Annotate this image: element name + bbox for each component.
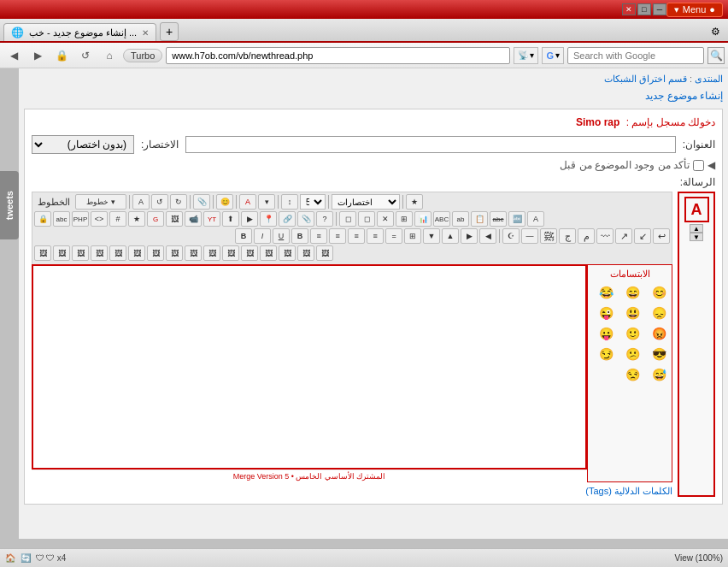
tb-ar9[interactable]: ☪ (502, 228, 520, 244)
tb-img12[interactable]: 🖼 (241, 245, 258, 261)
smiley-3[interactable]: 😂 (597, 283, 616, 302)
message-textarea[interactable] (32, 264, 587, 470)
check-duplicate-checkbox[interactable] (693, 160, 704, 171)
tb-php-btn[interactable]: PHP (72, 211, 89, 227)
tb-A2-btn[interactable]: A (527, 211, 544, 227)
tb-ar4[interactable]: 〰 (596, 228, 614, 244)
tb-chart-btn[interactable]: 📊 (414, 211, 432, 227)
search-go-button[interactable]: 🔍 (707, 47, 725, 64)
smiley-9[interactable]: 😛 (597, 324, 616, 343)
minimize-button[interactable]: ─ (653, 3, 666, 15)
new-topic-link[interactable]: إنشاء موضوع جديد (645, 90, 723, 102)
shortcut-select[interactable]: (بدون اختصار) (32, 135, 134, 154)
tb-undo-btn[interactable]: ↺ (151, 194, 168, 210)
tb-align2[interactable]: ≡ (329, 228, 346, 244)
tab-new-topic[interactable]: 🌐 إنشاء موضوع جديد - خب ... ✕ (3, 23, 156, 41)
tab-close-button[interactable]: ✕ (142, 28, 149, 38)
search-engine-selector[interactable]: G ▾ (542, 47, 564, 64)
font-decrease-button[interactable]: ▼ (690, 233, 703, 241)
tb-code-btn[interactable]: <> (91, 211, 108, 227)
tb-lock-btn[interactable]: 🔒 (34, 211, 51, 227)
tb-hash-btn[interactable]: # (109, 211, 126, 227)
tb-upload-btn[interactable]: ⬆ (222, 211, 239, 227)
tweets-tab[interactable]: tweets (0, 171, 19, 239)
tb-img7[interactable]: 🖼 (147, 245, 164, 261)
tb-list-ol[interactable]: ⊞ (404, 228, 421, 244)
tb-list-ul[interactable]: = (385, 228, 402, 244)
tb-box-btn[interactable]: ◻ (339, 211, 356, 227)
tb-img6[interactable]: 🖼 (128, 245, 145, 261)
breadcrumb-section-link[interactable]: قسم اختراق الشبكات (604, 74, 687, 84)
breadcrumb-forum-link[interactable]: المنتدى (695, 74, 723, 84)
tb-map-btn[interactable]: 📍 (260, 211, 277, 227)
tb-ar8[interactable]: — (521, 228, 538, 244)
close-button[interactable]: ✕ (622, 3, 636, 15)
title-input[interactable] (185, 136, 675, 153)
tb-img10[interactable]: 🖼 (203, 245, 220, 261)
tb-align-right[interactable]: ▶ (461, 228, 478, 244)
tb-size-btn[interactable]: ↕ (281, 194, 298, 210)
tb-size-select[interactable]: 54321 (300, 194, 326, 210)
tb-align3[interactable]: ≡ (310, 228, 327, 244)
tb-font-dropdown[interactable]: خطوط ▾ (75, 194, 126, 210)
lock-button[interactable]: 🔒 (51, 46, 72, 65)
tb-shortcuts-select[interactable]: اختصارات (332, 194, 400, 210)
tb-color-btn[interactable]: A (239, 194, 256, 210)
tb-ar7[interactable]: ﷺ (540, 228, 557, 244)
tb-abc-btn[interactable]: abc (53, 211, 70, 227)
search-input[interactable] (567, 47, 704, 64)
tb-bold-italic-btn[interactable]: A (132, 194, 150, 210)
tb-link-btn[interactable]: 📎 (193, 194, 210, 210)
tb-ar3[interactable]: ↗ (615, 228, 632, 244)
tb-video-btn[interactable]: 📹 (185, 211, 202, 227)
tb-align-left[interactable]: ◀ (479, 228, 496, 244)
smiley-10[interactable]: 😎 (649, 345, 668, 363)
tb-gmail-btn[interactable]: G (147, 211, 164, 227)
tb-special-btn[interactable]: ★ (406, 194, 423, 210)
smiley-6[interactable]: 😜 (597, 304, 616, 322)
tb-link2-btn[interactable]: 🔗 (279, 211, 296, 227)
tb-clipboard-btn[interactable]: 📋 (471, 211, 488, 227)
smiley-8[interactable]: 🙂 (623, 324, 642, 343)
tb-ar1[interactable]: ↩ (653, 228, 670, 244)
smiley-7[interactable]: 😡 (649, 324, 668, 343)
tb-img-btn[interactable]: 🖼 (166, 211, 183, 227)
tb-smiley-btn[interactable]: 😊 (216, 194, 233, 210)
rss-button[interactable]: 📡 ▾ (514, 47, 538, 64)
tb-x-btn[interactable]: ✕ (377, 211, 394, 227)
tb-play-btn[interactable]: ▶ (241, 211, 258, 227)
tb-redo-btn[interactable]: ↻ (170, 194, 187, 210)
tb-abc2-btn[interactable]: abc (490, 211, 507, 227)
tb-img14[interactable]: 🖼 (279, 245, 296, 261)
smiley-1[interactable]: 😊 (649, 283, 668, 302)
tb-table-btn[interactable]: ⊞ (396, 211, 413, 227)
smiley-5[interactable]: 😃 (623, 304, 642, 322)
tags-link[interactable]: الكلمات الدلالية (Tags) (585, 486, 672, 496)
tb-attach-btn[interactable]: 📎 (297, 211, 314, 227)
tb-youtube-btn[interactable]: YT (203, 211, 220, 227)
address-bar[interactable] (166, 47, 510, 64)
tb-color-arrow[interactable]: ▾ (258, 194, 275, 210)
tb-italic-btn[interactable]: I (254, 228, 271, 244)
tb-img13[interactable]: 🖼 (260, 245, 277, 261)
maximize-button[interactable]: □ (637, 3, 651, 15)
tb-ar2[interactable]: ↙ (634, 228, 651, 244)
tb-align-center[interactable]: ▲ (442, 228, 459, 244)
refresh-button[interactable]: ↺ (75, 46, 96, 65)
smiley-4[interactable]: 😞 (649, 304, 668, 322)
home-button[interactable]: ⌂ (99, 46, 120, 65)
tb-ar6[interactable]: ج (559, 228, 576, 244)
smiley-12[interactable]: 😏 (597, 345, 616, 363)
tb-ar5[interactable]: م (578, 228, 595, 244)
tb-indent2[interactable]: ≡ (348, 228, 365, 244)
tb-underline-btn[interactable]: U (273, 228, 290, 244)
tb-help-btn[interactable]: ? (316, 211, 333, 227)
tb-ab-btn[interactable]: ab (452, 211, 469, 227)
tb-bold2-btn[interactable]: B (235, 228, 252, 244)
menu-button[interactable]: ● Menu ▾ (666, 3, 723, 17)
turbo-button[interactable]: Turbo (123, 49, 162, 62)
tb-img8[interactable]: 🖼 (166, 245, 183, 261)
new-tab-button[interactable]: + (160, 22, 179, 41)
tb-star-btn[interactable]: ★ (128, 211, 145, 227)
tb-img3[interactable]: 🖼 (72, 245, 89, 261)
